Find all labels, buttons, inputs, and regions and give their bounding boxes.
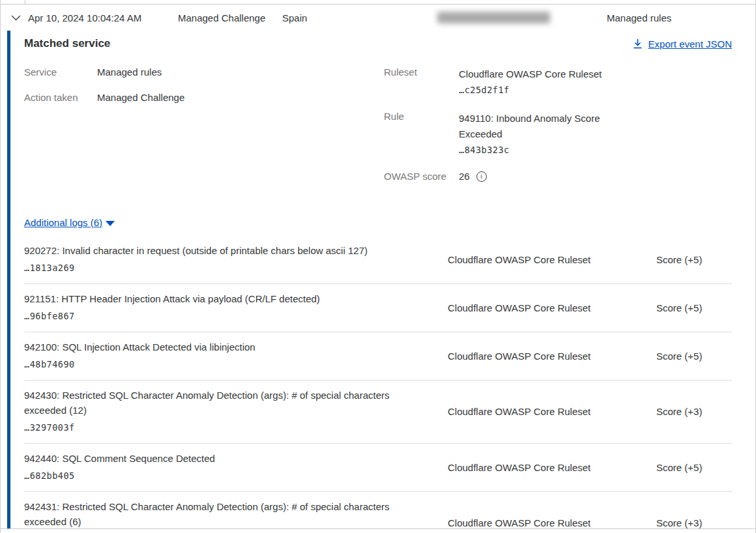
log-description: 942440: SQL Comment Sequence Detected …6… bbox=[24, 451, 448, 483]
event-action: Managed Challenge bbox=[178, 12, 265, 23]
section-title: Matched service bbox=[24, 37, 110, 50]
ruleset-value: Cloudflare OWASP Core Ruleset …c25d2f1f bbox=[459, 66, 622, 98]
log-row: 942100: SQL Injection Attack Detected vi… bbox=[24, 332, 732, 381]
log-description: 920272: Invalid character in request (ou… bbox=[24, 243, 448, 276]
log-rule-title: 942430: Restricted SQL Character Anomaly… bbox=[24, 388, 405, 418]
log-rule-id-hash: …1813a269 bbox=[24, 260, 448, 276]
event-row[interactable]: Apr 10, 2024 10:04:24 AM Managed Challen… bbox=[1, 5, 755, 31]
log-rule-id-hash: …96bfe867 bbox=[24, 308, 448, 324]
rule-id-hash: …843b323c bbox=[459, 145, 510, 155]
log-row: 921151: HTTP Header Injection Attack via… bbox=[24, 284, 732, 332]
log-score: Score (+5) bbox=[656, 302, 732, 313]
additional-logs-table: 920272: Invalid character in request (ou… bbox=[24, 236, 732, 533]
service-label: Service bbox=[24, 66, 97, 78]
log-ruleset: Cloudflare OWASP Core Ruleset bbox=[448, 406, 656, 417]
service-value: Managed rules bbox=[97, 66, 162, 78]
log-rule-title: 942440: SQL Comment Sequence Detected bbox=[24, 451, 405, 466]
active-row-indicator bbox=[7, 31, 10, 528]
ruleset-id-hash: …c25d2f1f bbox=[459, 85, 510, 95]
event-detail-panel: Matched service Export event JSON Servic… bbox=[1, 31, 755, 528]
ruleset-label: Ruleset bbox=[384, 66, 459, 98]
log-rule-title: 942100: SQL Injection Attack Detected vi… bbox=[24, 339, 405, 354]
export-event-json-link[interactable]: Export event JSON bbox=[633, 38, 732, 50]
log-score: Score (+5) bbox=[656, 351, 732, 362]
action-taken-label: Action taken bbox=[24, 92, 97, 103]
log-rule-id-hash: …3297003f bbox=[24, 420, 448, 435]
fields-left-column: Service Managed rules Action taken Manag… bbox=[24, 66, 384, 195]
ruleset-name: Cloudflare OWASP Core Ruleset bbox=[459, 68, 602, 79]
log-row: 942430: Restricted SQL Character Anomaly… bbox=[24, 381, 732, 444]
detail-header: Matched service Export event JSON bbox=[24, 37, 732, 50]
rule-field: Rule 949110: Inbound Anomaly Score Excee… bbox=[384, 111, 622, 158]
log-ruleset: Cloudflare OWASP Core Ruleset bbox=[448, 254, 656, 265]
caret-down-icon bbox=[106, 221, 115, 226]
action-taken-value: Managed Challenge bbox=[97, 92, 184, 103]
log-row: 942440: SQL Comment Sequence Detected …6… bbox=[24, 444, 732, 492]
log-description: 942430: Restricted SQL Character Anomaly… bbox=[24, 388, 448, 435]
rule-label: Rule bbox=[384, 111, 459, 158]
rule-value: 949110: Inbound Anomaly Score Exceeded …… bbox=[459, 111, 622, 158]
log-description: 942431: Restricted SQL Character Anomaly… bbox=[24, 499, 448, 533]
log-description: 921151: HTTP Header Injection Attack via… bbox=[24, 291, 448, 324]
service-field: Service Managed rules bbox=[24, 66, 384, 78]
log-row: 942431: Restricted SQL Character Anomaly… bbox=[24, 492, 732, 533]
event-country: Spain bbox=[282, 12, 307, 23]
export-link-label: Export event JSON bbox=[648, 38, 732, 50]
redacted-host-value bbox=[437, 12, 550, 23]
log-rule-id-hash: …48b74690 bbox=[24, 356, 448, 372]
additional-logs-toggle[interactable]: Additional logs (6) bbox=[24, 217, 115, 228]
info-icon[interactable]: i bbox=[476, 171, 487, 182]
log-description: 942100: SQL Injection Attack Detected vi… bbox=[24, 339, 448, 372]
owasp-score-field: OWASP score 26 i bbox=[384, 171, 622, 182]
event-timestamp: Apr 10, 2024 10:04:24 AM bbox=[28, 12, 141, 23]
action-taken-field: Action taken Managed Challenge bbox=[24, 92, 384, 103]
fields-right-column: Ruleset Cloudflare OWASP Core Ruleset …c… bbox=[384, 66, 622, 195]
log-score: Score (+3) bbox=[656, 406, 732, 417]
event-service: Managed rules bbox=[607, 12, 671, 23]
log-rule-title: 942431: Restricted SQL Character Anomaly… bbox=[24, 499, 405, 529]
previous-row-border bbox=[1, 0, 755, 5]
owasp-score-value: 26 bbox=[459, 171, 470, 182]
log-rule-title: 921151: HTTP Header Injection Attack via… bbox=[24, 291, 405, 306]
additional-logs-link[interactable]: Additional logs (6) bbox=[24, 217, 102, 228]
log-row: 920272: Invalid character in request (ou… bbox=[24, 236, 732, 284]
chevron-down-icon bbox=[11, 15, 21, 21]
log-ruleset: Cloudflare OWASP Core Ruleset bbox=[448, 351, 656, 362]
log-ruleset: Cloudflare OWASP Core Ruleset bbox=[448, 462, 656, 473]
firewall-event-detail: Apr 10, 2024 10:04:24 AM Managed Challen… bbox=[0, 0, 756, 533]
owasp-score-label: OWASP score bbox=[384, 171, 459, 182]
rule-name: 949110: Inbound Anomaly Score Exceeded bbox=[459, 113, 600, 139]
collapse-row-button[interactable] bbox=[8, 10, 23, 25]
log-ruleset: Cloudflare OWASP Core Ruleset bbox=[448, 302, 656, 313]
log-score: Score (+3) bbox=[656, 517, 732, 528]
ruleset-field: Ruleset Cloudflare OWASP Core Ruleset …c… bbox=[384, 66, 622, 98]
download-icon bbox=[633, 38, 643, 49]
log-ruleset: Cloudflare OWASP Core Ruleset bbox=[448, 517, 656, 528]
log-rule-id-hash: …682bb405 bbox=[24, 468, 448, 483]
log-rule-title: 920272: Invalid character in request (ou… bbox=[24, 243, 405, 258]
log-score: Score (+5) bbox=[656, 462, 732, 473]
column-divider-tick bbox=[25, 0, 25, 5]
log-score: Score (+5) bbox=[656, 254, 732, 265]
matched-service-fields: Service Managed rules Action taken Manag… bbox=[24, 66, 732, 195]
